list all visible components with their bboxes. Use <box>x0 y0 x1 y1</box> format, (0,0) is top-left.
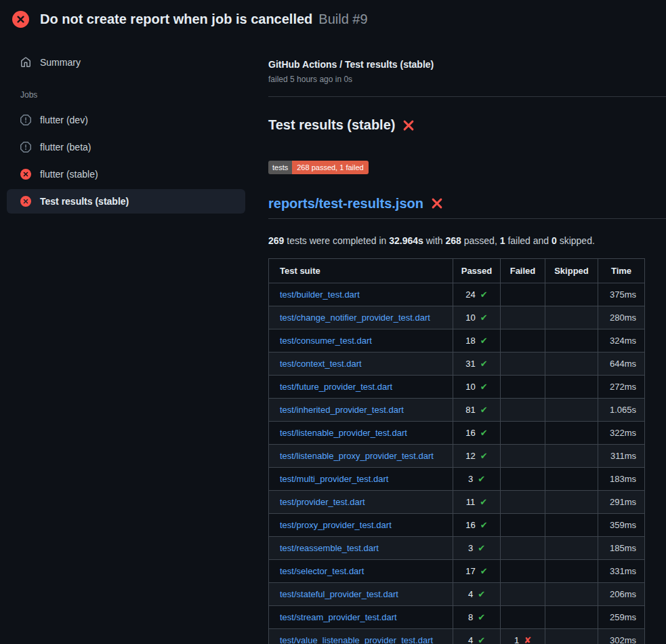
test-suite-link[interactable]: test/value_listenable_provider_test.dart <box>280 635 433 644</box>
test-suite-link[interactable]: test/selector_test.dart <box>280 566 364 576</box>
time-cell: 302ms <box>598 628 645 644</box>
sidebar-item-test-results-stable[interactable]: Test results (stable) <box>7 189 245 214</box>
failed-cell <box>501 421 545 444</box>
table-row: test/stream_provider_test.dart8✔259ms <box>269 605 645 628</box>
failed-cell <box>501 398 545 421</box>
summary-text: tests were completed in <box>284 235 389 246</box>
test-suite-link[interactable]: test/consumer_test.dart <box>280 336 372 346</box>
column-header-test-suite: Test suite <box>269 258 453 283</box>
skipped-cell <box>545 352 598 375</box>
suite-cell: test/consumer_test.dart <box>269 329 453 352</box>
skipped-count: 0 <box>551 235 557 246</box>
skipped-cell <box>545 329 598 352</box>
skipped-cell <box>545 605 598 628</box>
sidebar-item-flutter-dev[interactable]: flutter (dev) <box>7 108 245 132</box>
passed-cell-value: 3 <box>468 543 473 553</box>
suite-cell: test/reassemble_test.dart <box>269 536 453 559</box>
test-suite-link[interactable]: test/reassemble_test.dart <box>280 543 379 553</box>
failed-count: 1 <box>500 235 505 246</box>
sidebar-item-flutter-stable[interactable]: flutter (stable) <box>7 162 245 186</box>
failed-cell <box>501 352 545 375</box>
skipped-cell <box>545 283 598 306</box>
test-suite-link[interactable]: test/stream_provider_test.dart <box>280 612 397 622</box>
summary-text: failed and <box>505 235 552 246</box>
test-suite-link[interactable]: test/builder_test.dart <box>280 289 360 300</box>
passed-cell-value: 11 <box>466 497 476 507</box>
check-icon: ✔ <box>480 289 488 300</box>
test-suite-link[interactable]: test/future_provider_test.dart <box>280 382 392 392</box>
test-suite-link[interactable]: test/listenable_proxy_provider_test.dart <box>280 451 434 461</box>
build-number: Build #9 <box>318 12 367 27</box>
passed-cell-value: 8 <box>468 612 473 622</box>
skipped-cell <box>545 559 598 582</box>
passed-cell: 3✔ <box>453 467 501 490</box>
test-suite-link[interactable]: test/multi_provider_test.dart <box>280 474 388 484</box>
suite-cell: test/provider_test.dart <box>269 490 453 513</box>
failed-cell <box>501 467 545 490</box>
check-icon: ✔ <box>480 451 488 461</box>
table-row: test/listenable_provider_test.dart16✔322… <box>269 421 645 444</box>
passed-cell: 4✔ <box>453 582 501 605</box>
summary-text: with <box>423 235 446 246</box>
test-suite-link[interactable]: test/inherited_provider_test.dart <box>280 405 404 415</box>
time-cell: 644ms <box>598 352 645 375</box>
failed-status-icon <box>12 11 29 28</box>
failed-cell <box>501 444 545 467</box>
sidebar-item-summary[interactable]: Summary <box>12 51 245 74</box>
table-row: test/inherited_provider_test.dart81✔1.06… <box>269 398 645 421</box>
suite-cell: test/inherited_provider_test.dart <box>269 398 453 421</box>
passed-cell: 18✔ <box>453 329 501 352</box>
time-cell: 375ms <box>598 283 645 306</box>
time-cell: 324ms <box>598 329 645 352</box>
skipped-cell <box>545 375 598 398</box>
skipped-cell <box>545 398 598 421</box>
report-file-link[interactable]: reports/test-results.json <box>268 196 423 212</box>
suite-cell: test/future_provider_test.dart <box>269 375 453 398</box>
passed-cell: 81✔ <box>453 398 501 421</box>
suite-cell: test/listenable_proxy_provider_test.dart <box>269 444 453 467</box>
skipped-cell <box>545 490 598 513</box>
table-row: test/consumer_test.dart18✔324ms <box>269 329 645 352</box>
skipped-cell <box>545 536 598 559</box>
time-cell: 1.065s <box>598 398 645 421</box>
test-suite-link[interactable]: test/stateful_provider_test.dart <box>280 589 398 599</box>
time-cell: 259ms <box>598 605 645 628</box>
skipped-cell <box>545 628 598 644</box>
passed-cell: 8✔ <box>453 605 501 628</box>
column-header-failed: Failed <box>501 258 545 283</box>
x-icon <box>431 197 443 209</box>
check-icon: ✔ <box>478 635 485 644</box>
table-row: test/value_listenable_provider_test.dart… <box>269 628 645 644</box>
suite-cell: test/selector_test.dart <box>269 559 453 582</box>
test-suite-link[interactable]: test/listenable_provider_test.dart <box>280 428 407 438</box>
check-icon: ✔ <box>480 336 488 346</box>
time-cell: 185ms <box>598 536 645 559</box>
check-run-output: GitHub Actions / Test results (stable) f… <box>252 36 666 644</box>
skipped-cell <box>545 444 598 467</box>
column-header-passed: Passed <box>453 258 501 283</box>
skipped-cell <box>545 306 598 329</box>
failed-status-icon <box>20 169 31 180</box>
time-cell: 280ms <box>598 306 645 329</box>
time-cell: 311ms <box>598 444 645 467</box>
time-cell: 272ms <box>598 375 645 398</box>
passed-cell: 16✔ <box>453 513 501 536</box>
jobs-sidebar: Summary Jobs flutter (dev) flutter (beta… <box>0 36 252 216</box>
test-suite-link[interactable]: test/context_test.dart <box>280 359 362 369</box>
test-suite-link[interactable]: test/proxy_provider_test.dart <box>280 520 392 530</box>
x-icon: ✘ <box>524 635 531 644</box>
failed-cell <box>501 306 545 329</box>
check-icon: ✔ <box>478 543 485 553</box>
summary-text: passed, <box>461 235 500 246</box>
test-suite-link[interactable]: test/change_notifier_provider_test.dart <box>280 313 430 323</box>
skipped-cell <box>545 513 598 536</box>
total-tests-count: 269 <box>268 235 284 246</box>
test-suite-link[interactable]: test/provider_test.dart <box>280 497 365 507</box>
sidebar-item-flutter-beta[interactable]: flutter (beta) <box>7 135 245 159</box>
check-run-header: Do not create report when job is cancell… <box>0 0 666 36</box>
column-header-time: Time <box>598 258 645 283</box>
table-row: test/proxy_provider_test.dart16✔359ms <box>269 513 645 536</box>
x-icon <box>402 119 415 132</box>
check-run-title: Do not create report when job is cancell… <box>40 12 312 27</box>
divider <box>268 96 666 97</box>
